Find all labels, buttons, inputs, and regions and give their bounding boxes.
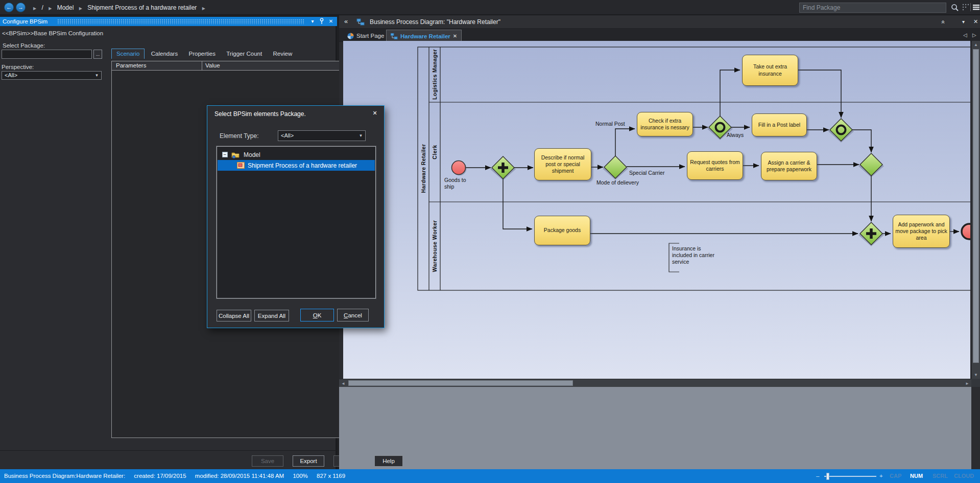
tab-scenario[interactable]: Scenario xyxy=(111,49,145,59)
bpsim-titlebar: Configure BPSim ▾ ✕ xyxy=(0,17,337,26)
column-parameters[interactable]: Parameters xyxy=(112,62,146,68)
browse-package-button[interactable]: ... xyxy=(93,50,102,59)
chevron-down-icon: ▾ xyxy=(357,131,364,141)
breadcrumb-sep-icon: ▶ xyxy=(79,6,82,11)
find-package-input[interactable] xyxy=(799,3,946,13)
scrollbar-corner xyxy=(971,379,980,387)
breadcrumb-root[interactable]: / xyxy=(42,4,43,11)
scroll-down-icon[interactable]: ▼ xyxy=(972,373,980,377)
menu-hamburger-icon[interactable] xyxy=(973,4,980,11)
toolbar-divider xyxy=(970,3,971,11)
forward-icon: → xyxy=(18,4,23,10)
tab-hardware-retailer-label: Hardware Retailer xyxy=(400,33,450,39)
status-zoom-level: 100% xyxy=(293,473,307,479)
breadcrumb-item-model[interactable]: Model xyxy=(57,4,74,11)
save-button[interactable]: Save xyxy=(252,455,283,467)
task-assign-carrier[interactable]: Assign a carrier & prepare paperwork xyxy=(761,152,817,180)
scroll-up-icon[interactable]: ▲ xyxy=(972,42,980,47)
select-bpsim-package-dialog: Select BPSim elements Package. ✕ Element… xyxy=(207,105,385,328)
vertical-scrollbar[interactable]: ▲ ▼ xyxy=(971,41,980,379)
bpsim-title: Configure BPSim xyxy=(3,18,47,25)
forward-button[interactable]: → xyxy=(16,3,26,12)
task-describe-shipment[interactable]: Describe if normal post or special shipm… xyxy=(534,148,591,180)
perspective-value: <All> xyxy=(5,72,17,78)
horizontal-scroll-thumb[interactable] xyxy=(348,380,573,386)
pool-label: Hardware Retailer xyxy=(420,141,427,197)
label-always: Always xyxy=(727,132,744,139)
vertical-scroll-thumb[interactable] xyxy=(973,49,979,363)
tab-trigger-count[interactable]: Trigger Count xyxy=(222,49,267,59)
status-bar: Business Process Diagram:Hardware Retail… xyxy=(0,469,980,483)
help-button[interactable]: Help xyxy=(374,455,403,467)
package-tree: − Model Shipment Process of a hardware r… xyxy=(217,146,376,298)
tree-item-model[interactable]: − Model xyxy=(218,149,375,160)
tab-close-icon[interactable]: ✕ xyxy=(453,33,457,39)
status-diagram-size: 827 x 1169 xyxy=(317,473,345,479)
task-check-insurance[interactable]: Check if extra insurance is nessary xyxy=(637,112,693,136)
collapse-panel-icon[interactable]: « xyxy=(344,17,348,25)
chevron-down-icon: ▾ xyxy=(93,72,100,79)
pin-icon[interactable] xyxy=(318,18,326,25)
diagram-canvas[interactable]: Hardware Retailer Logistics Manager Cler… xyxy=(343,41,970,379)
collapse-expander-icon[interactable]: − xyxy=(222,152,228,157)
label-normal-post: Normal Post xyxy=(595,121,625,127)
toggle-caps-lock[interactable]: CAP xyxy=(890,469,901,483)
back-button[interactable]: ← xyxy=(4,3,14,12)
dialog-close-icon[interactable]: ✕ xyxy=(371,109,379,117)
close-icon[interactable]: ✕ xyxy=(327,18,335,25)
gateway-inclusive-merge[interactable] xyxy=(830,119,852,141)
element-type-select[interactable]: <All> ▾ xyxy=(278,130,366,141)
element-type-value: <All> xyxy=(281,132,294,139)
auto-hide-pin-icon[interactable]: « xyxy=(940,20,947,24)
collapse-all-button[interactable]: Collapse All xyxy=(217,310,251,321)
task-add-paperwork[interactable]: Add paperwork and move package to pick a… xyxy=(893,215,950,248)
column-value[interactable]: Value xyxy=(202,61,220,70)
expand-all-button[interactable]: Expand All xyxy=(254,310,289,321)
task-package-goods[interactable]: Package goods xyxy=(534,216,590,245)
select-package-input[interactable] xyxy=(2,50,92,59)
status-modified: modified: 28/09/2015 11:41:48 AM xyxy=(195,473,284,479)
search-icon[interactable] xyxy=(951,4,959,12)
horizontal-scrollbar[interactable]: ◄ ► xyxy=(339,379,971,387)
tab-scroll-right-icon[interactable]: ▷ xyxy=(972,32,976,38)
perspective-select[interactable]: <All> ▾ xyxy=(2,71,102,80)
toggle-scroll-lock[interactable]: SCRL xyxy=(933,469,948,483)
gateway-mode-of-delivery[interactable] xyxy=(604,156,627,178)
task-request-quotes[interactable]: Request quotes from carriers xyxy=(687,151,743,180)
toggle-num-lock[interactable]: NUM xyxy=(910,469,923,483)
header-dropdown-icon[interactable]: ▾ xyxy=(962,19,965,25)
zoom-slider-track[interactable] xyxy=(824,476,876,477)
breadcrumb-item-package[interactable]: Shipment Process of a hardware retailer xyxy=(87,4,197,11)
cancel-button[interactable]: Cancel xyxy=(337,309,369,321)
back-icon: ← xyxy=(6,4,12,10)
gateway-exclusive-merge[interactable] xyxy=(860,153,882,176)
scroll-left-icon[interactable]: ◄ xyxy=(341,381,345,386)
scroll-right-icon[interactable]: ► xyxy=(965,381,969,386)
zoom-out-icon[interactable]: – xyxy=(816,469,819,483)
breadcrumb-sep-icon: ▶ xyxy=(49,6,52,11)
tab-properties[interactable]: Properties xyxy=(184,49,220,59)
zoom-slider-thumb[interactable] xyxy=(826,473,829,480)
export-button[interactable]: Export xyxy=(293,455,324,467)
diagram-header: « Business Process Diagram: "Hardware Re… xyxy=(339,15,980,29)
end-event[interactable] xyxy=(962,224,970,239)
grid-dots-icon[interactable] xyxy=(962,4,969,11)
tab-scroll-left-icon[interactable]: ◁ xyxy=(963,32,967,38)
toggle-cloud[interactable]: CLOUD xyxy=(954,469,974,483)
task-take-out-insurance[interactable]: Take out extra insurance xyxy=(742,55,798,86)
diagram-header-title: Business Process Diagram: "Hardware Reta… xyxy=(370,18,500,26)
task-fill-post-label[interactable]: Fill in a Post label xyxy=(752,113,807,136)
zoom-in-icon[interactable]: + xyxy=(879,469,883,483)
ok-button[interactable]: OK xyxy=(300,309,334,321)
diagram-panel: « Business Process Diagram: "Hardware Re… xyxy=(339,15,980,469)
start-event-goods-to-ship[interactable] xyxy=(452,161,466,175)
tab-start-page[interactable]: Start Page xyxy=(343,30,388,42)
tab-calendars[interactable]: Calendars xyxy=(147,49,182,59)
window-dropdown-icon[interactable]: ▾ xyxy=(308,18,317,25)
header-close-icon[interactable]: ✕ xyxy=(973,18,978,25)
tab-hardware-retailer[interactable]: Hardware Retailer ✕ xyxy=(386,30,462,42)
breadcrumb: ▶ / ▶ Model ▶ Shipment Process of a hard… xyxy=(30,4,209,11)
model-folder-icon xyxy=(231,151,241,158)
tab-review[interactable]: Review xyxy=(269,49,297,59)
tree-item-shipment-process[interactable]: Shipment Process of a hardware retailer xyxy=(218,160,375,171)
